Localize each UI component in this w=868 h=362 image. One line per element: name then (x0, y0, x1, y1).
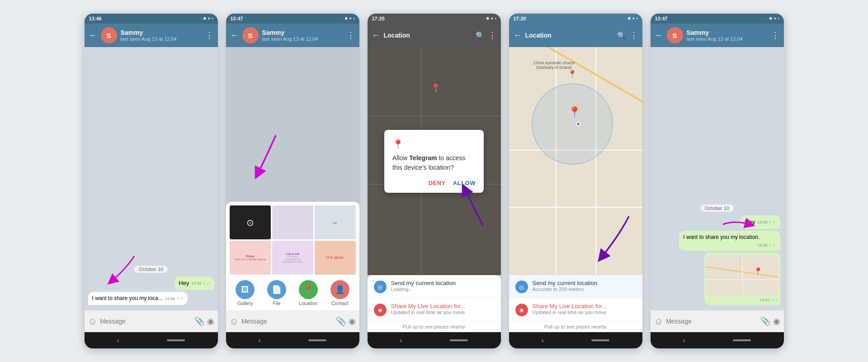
bluetooth-icon-2: ✱ (344, 16, 348, 21)
nav-back-4[interactable]: ‹ (542, 337, 544, 344)
bottom-nav-4: ‹ (509, 332, 642, 348)
time-2: 13:47 (231, 16, 243, 21)
location-sub-current-4: Accurate to 200 meters (533, 286, 598, 292)
pull-up-hint-3: Pull up to see places nearby (368, 321, 501, 332)
gallery-cell-pastel[interactable]: note to selfIT'S OKAYto not have it allF… (272, 241, 313, 275)
avatar-1: S (101, 27, 117, 43)
menu-button-1[interactable]: ⋮ (205, 30, 213, 40)
deny-button[interactable]: DENY (429, 180, 446, 186)
bottom-nav-2: ‹ (226, 332, 359, 348)
location-live-4[interactable]: ◉ Share My Live Location for... Updated … (509, 298, 642, 321)
last-seen-5: last seen Aug 13 at 12:04 (687, 36, 768, 42)
location-title-current-3: Send my current location (391, 280, 456, 286)
menu-button-4[interactable]: ⋮ (630, 30, 638, 40)
gallery-cell-pink[interactable]: Tricks - Don't be a people pleaser (230, 241, 271, 275)
nav-back-5[interactable]: ‹ (683, 337, 685, 344)
user-location-dot (576, 122, 580, 126)
message-share: I want to share you my loca...13:46 ✓✓ (88, 292, 188, 305)
time-4: 17:20 (514, 16, 526, 21)
dialog-location-icon: 📍 (392, 139, 476, 150)
message-input-2[interactable] (241, 318, 333, 325)
top-bar-3: ← Location 🔍 ⋮ (368, 24, 501, 47)
emoji-button-2[interactable]: ☺ (230, 316, 239, 327)
contact-info-5: Sammy last seen Aug 13 at 12:04 (687, 29, 768, 42)
contact-icon: 👤 (330, 280, 349, 299)
message-input-5[interactable] (666, 318, 758, 325)
menu-button-5[interactable]: ⋮ (771, 30, 779, 40)
location-action-btn[interactable]: 📍 Location (299, 280, 318, 306)
file-action-btn[interactable]: 📄 File (267, 280, 286, 306)
message-input-1[interactable] (100, 318, 192, 325)
camera-button-5[interactable]: ◉ (773, 316, 780, 326)
location-current-3[interactable]: ◎ Send my current location Loading... (368, 275, 501, 298)
map-area-3: 📍 📍 Allow Telegram to access this device… (368, 47, 501, 275)
back-button-2[interactable]: ← (231, 31, 239, 40)
menu-button-2[interactable]: ⋮ (347, 30, 355, 40)
allow-button[interactable]: ALLOW (453, 180, 476, 186)
back-button-3[interactable]: ← (372, 31, 380, 40)
main-location-pin: 📍 (568, 106, 581, 119)
nav-back-2[interactable]: ‹ (259, 337, 261, 344)
emoji-button-5[interactable]: ☺ (654, 316, 663, 327)
gallery-cell-3[interactable]: ▬ (315, 205, 356, 239)
input-bar-5: ☺ 📎 ◉ (651, 310, 784, 332)
message-hey-5: Hey13:46 ✓✓ (741, 215, 780, 229)
search-button-4[interactable]: 🔍 (617, 31, 626, 40)
location-text-current-4: Send my current location Accurate to 200… (533, 280, 598, 292)
contact-action-btn[interactable]: 👤 Contact (330, 280, 349, 306)
permission-dialog: 📍 Allow Telegram to access this device's… (384, 130, 484, 193)
back-button-4[interactable]: ← (514, 31, 522, 40)
nav-back-3[interactable]: ‹ (400, 337, 402, 344)
search-button-3[interactable]: 🔍 (476, 31, 485, 40)
location-current-4[interactable]: ◎ Send my current location Accurate to 2… (509, 275, 642, 298)
attach-button-5[interactable]: 📎 (760, 316, 770, 326)
location-sub-current-3: Loading... (391, 286, 456, 292)
nav-back-1[interactable]: ‹ (117, 337, 119, 344)
screen-title-4: Location (525, 32, 613, 39)
location-title-live-3: Share My Live Location for... (391, 303, 466, 310)
menu-button-3[interactable]: ⋮ (488, 30, 496, 40)
input-bar-2: ☺ 📎 ◉ (226, 310, 359, 332)
chat-area-5: October 10 Hey13:46 ✓✓ I want to share y… (651, 47, 784, 310)
back-button-5[interactable]: ← (655, 31, 663, 40)
wifi-icon: ▾ (208, 16, 210, 21)
contact-name-5: Sammy (687, 29, 768, 36)
location-title-current-4: Send my current location (533, 280, 598, 286)
location-title-live-4: Share My Live Location for... (533, 303, 607, 310)
avatar-2: S (242, 27, 259, 43)
location-label: Location (299, 300, 318, 306)
back-button-1[interactable]: ← (89, 31, 97, 40)
gallery-camera-cell[interactable]: ⊙ (230, 205, 271, 239)
emoji-button-1[interactable]: ☺ (88, 316, 97, 327)
church-label: Christ Apostolic church(Sactuary of Grac… (532, 61, 577, 70)
location-live-3[interactable]: ◉ Share My Live Location for... Updated … (368, 298, 501, 321)
map-thumbnail-5: 📍 (706, 255, 778, 296)
time-3: 17:20 (372, 16, 385, 21)
attach-button-2[interactable]: 📎 (336, 316, 346, 326)
location-text-live-4: Share My Live Location for... Updated in… (533, 303, 607, 315)
message-share-5: I want to share you my location.13:46 ✓✓ (679, 231, 780, 251)
status-bar-5: 13:47 · ✱ ▾ ▪ (651, 14, 784, 24)
chat-area-1: October 10 Hey13:46 ✓✓ I want to share y… (85, 47, 218, 310)
attach-button-1[interactable]: 📎 (194, 316, 204, 326)
dialog-buttons: DENY ALLOW (392, 180, 476, 186)
location-text-live-3: Share My Live Location for... Updated in… (391, 303, 466, 315)
bottom-nav-1: ‹ (85, 332, 218, 348)
home-pill-1 (167, 339, 185, 341)
camera-button-2[interactable]: ◉ (349, 316, 356, 326)
wifi-icon-2: ▾ (349, 16, 352, 21)
gallery-label: Gallery (237, 300, 253, 306)
gallery-cell-2[interactable] (272, 205, 313, 239)
time-1: 13:46 (89, 16, 102, 21)
permission-overlay: 📍 📍 Allow Telegram to access this device… (368, 47, 501, 275)
gallery-action-btn[interactable]: 🖼 Gallery (236, 280, 255, 306)
contact-info-2: Sammy last seen Aug 13 at 12:04 (262, 29, 343, 42)
location-list-3: ◎ Send my current location Loading... ◉ … (368, 275, 501, 332)
msg-time-1: 13:46 ✓✓ (191, 281, 210, 286)
phone-4: 17:20 · ✱ ▾ ▪ ← Location 🔍 ⋮ Christ (509, 14, 642, 348)
camera-button-1[interactable]: ◉ (207, 316, 214, 326)
signal-icon-2: · (342, 16, 344, 21)
gallery-cell-note[interactable]: IT'S OKAY (315, 241, 356, 275)
pull-up-hint-4: Pull up to see places nearby (509, 321, 642, 332)
last-seen-2: last seen Aug 13 at 12:04 (262, 36, 343, 42)
